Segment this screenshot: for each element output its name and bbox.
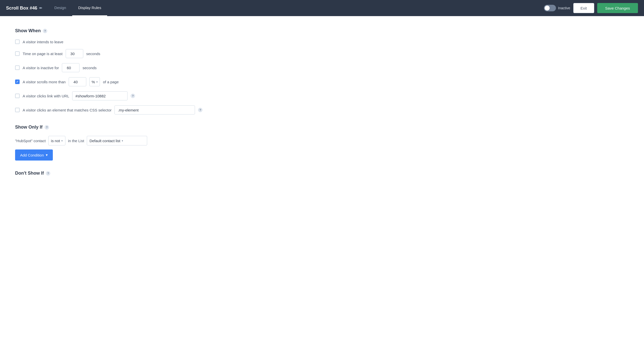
- show-when-help-icon[interactable]: ?: [43, 29, 47, 33]
- operator-value: is not: [51, 139, 60, 143]
- checkbox-time-on-page[interactable]: [15, 51, 20, 56]
- operator-chevron: ▾: [61, 139, 63, 142]
- save-button[interactable]: Save Changes: [597, 3, 638, 13]
- inactive-input[interactable]: [62, 63, 79, 72]
- click-url-help-icon[interactable]: ?: [131, 94, 135, 98]
- header-nav: Design Display Rules: [48, 0, 107, 16]
- toggle-knob: [545, 6, 550, 11]
- inactive-unit: seconds: [83, 66, 97, 70]
- in-list-label: in the List: [68, 139, 84, 143]
- time-on-page-input[interactable]: [66, 49, 83, 58]
- header-actions: Inactive Exit Save Changes: [544, 3, 638, 13]
- css-selector-label: A visitor clicks an element that matches…: [23, 108, 111, 112]
- status-label: Inactive: [558, 6, 570, 10]
- checkbox-click-url[interactable]: [15, 94, 20, 98]
- header: Scroll Box #46 ✏ Design Display Rules In…: [0, 0, 644, 16]
- add-condition-button[interactable]: Add Condition ▾: [15, 149, 53, 161]
- scroll-unit-select[interactable]: % ▾: [89, 77, 100, 86]
- scroll-unit-chevron: ▾: [96, 81, 98, 83]
- scroll-suffix: of a page: [103, 80, 119, 84]
- contact-label: "HubSpot" contact: [15, 139, 46, 143]
- list-select[interactable]: Default contact list ▾: [87, 136, 147, 145]
- show-when-heading: Show When ?: [15, 28, 629, 33]
- condition-css-selector: A visitor clicks an element that matches…: [15, 105, 629, 114]
- click-url-label: A visitor clicks link with URL: [23, 94, 69, 98]
- condition-click-url: A visitor clicks link with URL ?: [15, 91, 629, 100]
- condition-scroll: A visitor scrolls more than % ▾ of a pag…: [15, 77, 629, 86]
- title-text: Scroll Box #46: [6, 6, 37, 11]
- show-only-if-heading: Show Only If ?: [15, 125, 629, 130]
- edit-title-icon[interactable]: ✏: [39, 6, 42, 10]
- main-content: Show When ? A visitor intends to leave T…: [0, 16, 644, 349]
- time-on-page-unit: seconds: [86, 52, 100, 56]
- dont-show-if-heading: Don't Show If ?: [15, 171, 629, 176]
- leave-intent-label: A visitor intends to leave: [23, 40, 63, 44]
- add-condition-label: Add Condition: [20, 153, 44, 157]
- checkbox-leave-intent[interactable]: [15, 40, 20, 44]
- scroll-label: A visitor scrolls more than: [23, 80, 66, 84]
- operator-select[interactable]: is not ▾: [48, 136, 66, 145]
- dont-show-if-section: Don't Show If ?: [15, 171, 629, 176]
- status-toggle[interactable]: [544, 5, 556, 11]
- css-selector-help-icon[interactable]: ?: [198, 108, 203, 112]
- condition-time-on-page: Time on page is at least seconds: [15, 49, 629, 58]
- list-chevron: ▾: [122, 139, 123, 142]
- show-only-if-section: Show Only If ? "HubSpot" contact is not …: [15, 125, 629, 161]
- css-selector-input[interactable]: [114, 105, 195, 114]
- show-when-section: Show When ? A visitor intends to leave T…: [15, 28, 629, 114]
- checkbox-inactive[interactable]: [15, 65, 20, 70]
- list-value: Default contact list: [90, 139, 120, 143]
- dont-show-if-help-icon[interactable]: ?: [46, 171, 50, 176]
- add-condition-chevron: ▾: [46, 153, 48, 157]
- time-on-page-label: Time on page is at least: [23, 52, 63, 56]
- exit-button[interactable]: Exit: [573, 3, 594, 13]
- tab-design[interactable]: Design: [48, 0, 72, 16]
- checkbox-css-selector[interactable]: [15, 108, 20, 112]
- tab-display-rules[interactable]: Display Rules: [72, 0, 107, 16]
- status-toggle-wrapper: Inactive: [544, 5, 570, 11]
- scroll-input[interactable]: [69, 77, 86, 86]
- inactive-label: A visitor is inactive for: [23, 66, 59, 70]
- show-only-if-help-icon[interactable]: ?: [45, 125, 49, 130]
- checkbox-scroll[interactable]: [15, 80, 20, 84]
- click-url-input[interactable]: [72, 91, 128, 100]
- condition-inactive: A visitor is inactive for seconds: [15, 63, 629, 72]
- condition-leave-intent: A visitor intends to leave: [15, 40, 629, 44]
- app-title: Scroll Box #46 ✏: [6, 6, 42, 11]
- filter-row: "HubSpot" contact is not ▾ in the List D…: [15, 136, 629, 145]
